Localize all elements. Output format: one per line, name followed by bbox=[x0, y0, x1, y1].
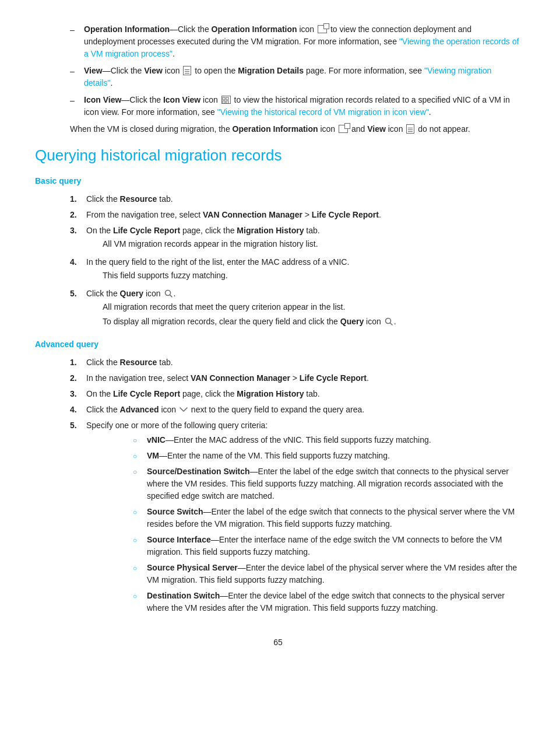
criteria-source-switch: ○ Source Switch—Enter the label of the e… bbox=[133, 506, 521, 530]
criteria-source-switch-content: Source Switch—Enter the label of the edg… bbox=[147, 506, 521, 530]
criteria-source-interface: ○ Source Interface—Enter the interface n… bbox=[133, 534, 521, 558]
adv-step-2: 2. In the navigation tree, select VAN Co… bbox=[70, 372, 521, 384]
adv-step-3-content: On the Life Cycle Report page, click the… bbox=[86, 388, 521, 400]
criteria-list: ○ vNIC—Enter the MAC address of the vNIC… bbox=[133, 434, 521, 614]
top-bullet-section: – Operation Information—Click the Operat… bbox=[70, 23, 521, 118]
basic-step-3-content: On the Life Cycle Report page, click the… bbox=[86, 225, 521, 253]
basic-step-5-content: Click the Query icon . All migration rec… bbox=[86, 288, 521, 330]
bullet-op-info: – Operation Information—Click the Operat… bbox=[70, 23, 521, 60]
basic-step-5-num: 5. bbox=[70, 288, 84, 300]
adv-step-4-content: Click the Advanced icon next to the quer… bbox=[86, 404, 521, 416]
circle-bullet-source-dest: ○ bbox=[133, 467, 143, 477]
query-icon-2 bbox=[385, 317, 393, 326]
svg-rect-3 bbox=[226, 101, 228, 103]
circle-bullet-destination-switch: ○ bbox=[133, 591, 143, 601]
circle-bullet-vm: ○ bbox=[133, 451, 143, 461]
advanced-query-list: 1. Click the Resource tab. 2. In the nav… bbox=[70, 356, 521, 618]
adv-step-1: 1. Click the Resource tab. bbox=[70, 356, 521, 369]
basic-step-1-content: Click the Resource tab. bbox=[86, 193, 521, 205]
criteria-destination-switch: ○ Destination Switch—Enter the device la… bbox=[133, 590, 521, 614]
dash-icon-view: – bbox=[70, 94, 80, 107]
criteria-source-dest: ○ Source/Destination Switch—Enter the la… bbox=[133, 466, 521, 502]
criteria-vnic-content: vNIC—Enter the MAC address of the vNIC. … bbox=[147, 434, 521, 446]
criteria-source-physical-content: Source Physical Server—Enter the device … bbox=[147, 562, 521, 586]
criteria-source-interface-content: Source Interface—Enter the interface nam… bbox=[147, 534, 521, 558]
criteria-vm: ○ VM—Enter the name of the VM. This fiel… bbox=[133, 450, 521, 462]
adv-step-2-num: 2. bbox=[70, 372, 84, 384]
adv-step-1-num: 1. bbox=[70, 356, 84, 369]
basic-query-title: Basic query bbox=[35, 175, 521, 187]
svg-line-5 bbox=[170, 295, 172, 298]
basic-step-5-note1: All migration records that meet the quer… bbox=[103, 301, 521, 313]
dash-op-info: – bbox=[70, 24, 80, 36]
basic-step-4: 4. In the query field to the right of th… bbox=[70, 256, 521, 284]
basic-step-4-num: 4. bbox=[70, 256, 84, 268]
basic-step-4-content: In the query field to the right of the l… bbox=[86, 256, 521, 284]
basic-step-3: 3. On the Life Cycle Report page, click … bbox=[70, 225, 521, 253]
adv-step-3-num: 3. bbox=[70, 388, 84, 400]
basic-step-2-content: From the navigation tree, select VAN Con… bbox=[86, 209, 521, 221]
bullet-icon-view-content: Icon View—Click the Icon View icon to vi… bbox=[84, 94, 521, 118]
note-paragraph: When the VM is closed during migration, … bbox=[70, 123, 521, 135]
basic-step-5-note2: To display all migration records, clear … bbox=[103, 316, 521, 328]
advanced-icon bbox=[180, 407, 188, 412]
criteria-source-dest-content: Source/Destination Switch—Enter the labe… bbox=[147, 466, 521, 502]
adv-step-4-num: 4. bbox=[70, 404, 84, 416]
svg-rect-2 bbox=[223, 101, 225, 103]
op-info-icon bbox=[318, 25, 327, 33]
op-info-icon-note bbox=[339, 125, 348, 133]
criteria-vm-content: VM—Enter the name of the VM. This field … bbox=[147, 450, 521, 462]
bullet-view: – View—Click the View icon to open the M… bbox=[70, 65, 521, 89]
circle-bullet-source-interface: ○ bbox=[133, 535, 143, 545]
circle-bullet-vnic: ○ bbox=[133, 435, 143, 446]
basic-query-list: 1. Click the Resource tab. 2. From the n… bbox=[70, 193, 521, 330]
basic-step-4-note: This field supports fuzzy matching. bbox=[103, 270, 521, 282]
label-view: View bbox=[84, 66, 103, 75]
label-op-info: Operation Information bbox=[84, 24, 170, 34]
criteria-destination-switch-content: Destination Switch—Enter the device labe… bbox=[147, 590, 521, 614]
circle-bullet-source-physical: ○ bbox=[133, 563, 143, 573]
page-number: 65 bbox=[35, 636, 521, 649]
view-icon-note bbox=[406, 124, 414, 134]
link-op-info[interactable]: "Viewing the operation records of a VM m… bbox=[84, 37, 519, 58]
icon-view-icon bbox=[221, 96, 231, 104]
basic-step-1: 1. Click the Resource tab. bbox=[70, 193, 521, 205]
circle-bullet-source-switch: ○ bbox=[133, 507, 143, 517]
adv-step-3: 3. On the Life Cycle Report page, click … bbox=[70, 388, 521, 400]
basic-step-2: 2. From the navigation tree, select VAN … bbox=[70, 209, 521, 221]
adv-step-5-content: Specify one or more of the following que… bbox=[86, 419, 521, 618]
label-icon-view: Icon View bbox=[84, 95, 121, 104]
basic-step-3-note: All VM migration records appear in the m… bbox=[103, 238, 521, 250]
section-title: Querying historical migration records bbox=[35, 146, 521, 166]
adv-step-2-content: In the navigation tree, select VAN Conne… bbox=[86, 372, 521, 384]
basic-step-2-num: 2. bbox=[70, 209, 84, 221]
svg-rect-1 bbox=[226, 97, 228, 100]
view-icon bbox=[183, 66, 191, 75]
link-icon-view[interactable]: "Viewing the historical record of VM mig… bbox=[217, 107, 429, 117]
adv-step-4: 4. Click the Advanced icon next to the q… bbox=[70, 404, 521, 416]
svg-line-7 bbox=[390, 323, 392, 326]
bullet-op-info-content: Operation Information—Click the Operatio… bbox=[84, 23, 521, 60]
criteria-source-physical: ○ Source Physical Server—Enter the devic… bbox=[133, 562, 521, 586]
adv-step-5-num: 5. bbox=[70, 419, 84, 432]
adv-step-5: 5. Specify one or more of the following … bbox=[70, 419, 521, 618]
basic-step-1-num: 1. bbox=[70, 193, 84, 205]
criteria-vnic: ○ vNIC—Enter the MAC address of the vNIC… bbox=[133, 434, 521, 446]
adv-step-1-content: Click the Resource tab. bbox=[86, 356, 521, 369]
basic-step-3-num: 3. bbox=[70, 225, 84, 237]
basic-step-5: 5. Click the Query icon . All migration … bbox=[70, 288, 521, 330]
svg-rect-0 bbox=[223, 97, 225, 100]
dash-view: – bbox=[70, 65, 80, 78]
bullet-icon-view: – Icon View—Click the Icon View icon to … bbox=[70, 94, 521, 118]
bullet-view-content: View—Click the View icon to open the Mig… bbox=[84, 65, 521, 89]
advanced-query-title: Advanced query bbox=[35, 338, 521, 351]
query-icon bbox=[164, 289, 173, 298]
